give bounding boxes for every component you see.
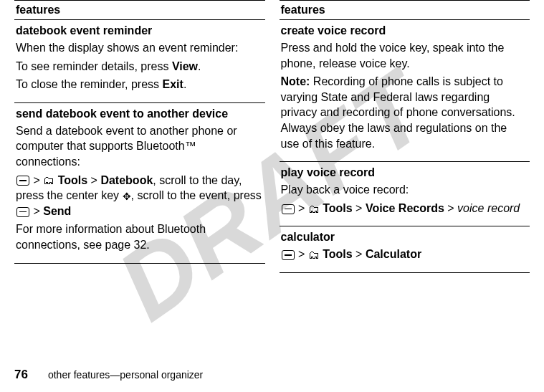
cell-title: play voice record [281, 166, 529, 179]
content-area: features datebook event reminder When th… [14, 0, 530, 273]
body-text: To see reminder details, press View. [16, 59, 264, 75]
body-text: To close the reminder, press Exit. [16, 77, 264, 92]
right-column: features create voice record Press and h… [280, 0, 530, 273]
body-text: Send a datebook event to another phone o… [16, 123, 264, 170]
cell-calculator: calculator > 🗂 Tools > Calculator [280, 226, 530, 273]
body-text: > 🗂 Tools > Voice Records > voice record [281, 201, 529, 216]
ui-label: Exit [163, 78, 183, 90]
cell-title: create voice record [281, 24, 529, 37]
cell-datebook-reminder: datebook event reminder When the display… [14, 20, 265, 103]
cell-play-voice-record: play voice record Play back a voice reco… [280, 162, 530, 226]
menu-key-icon [282, 204, 295, 214]
cell-create-voice-record: create voice record Press and hold the v… [280, 20, 530, 162]
ui-label: Tools [323, 248, 352, 260]
center-key-icon: ✥ [123, 191, 131, 201]
left-header-row: features [14, 1, 265, 20]
body-text: Play back a voice record: [281, 182, 529, 198]
ui-label: Voice Records [366, 202, 444, 214]
left-header-label: features [16, 4, 60, 16]
ui-label: Tools [323, 202, 352, 214]
ui-label: View [172, 60, 198, 72]
tools-icon: 🗂 [308, 249, 320, 261]
body-text: Note: Recording of phone calls is subjec… [281, 74, 529, 151]
body-text: When the display shows an event reminder… [16, 40, 264, 56]
tools-icon: 🗂 [308, 204, 320, 215]
italic-label: voice record [457, 202, 520, 214]
footer-text: other features—personal organizer [48, 369, 203, 381]
body-text: > 🗂 Tools > Calculator [281, 247, 529, 262]
tools-icon: 🗂 [43, 175, 54, 186]
cell-send-datebook: send datebook event to another device Se… [14, 103, 265, 264]
bold-label: Note: [281, 75, 310, 87]
menu-key-icon [16, 207, 29, 217]
cell-title: datebook event reminder [16, 24, 264, 37]
ui-label: Datebook [100, 174, 153, 186]
body-text: > 🗂 Tools > Datebook, scroll to the day,… [16, 173, 264, 219]
page-footer: 76 other features—personal organizer [14, 368, 203, 382]
body-text: For more information about Bluetooth con… [16, 221, 264, 252]
cell-title: send datebook event to another device [16, 107, 264, 120]
right-header-row: features [280, 1, 530, 20]
menu-key-icon [16, 176, 29, 186]
body-text: Press and hold the voice key, speak into… [281, 40, 529, 71]
menu-key-icon [282, 250, 295, 260]
left-column: features datebook event reminder When th… [14, 0, 265, 273]
page-number: 76 [14, 368, 28, 382]
ui-label: Send [43, 205, 71, 217]
ui-label: Tools [58, 174, 87, 186]
ui-label: Calculator [366, 248, 421, 260]
cell-title: calculator [281, 231, 529, 244]
right-header-label: features [281, 4, 325, 16]
